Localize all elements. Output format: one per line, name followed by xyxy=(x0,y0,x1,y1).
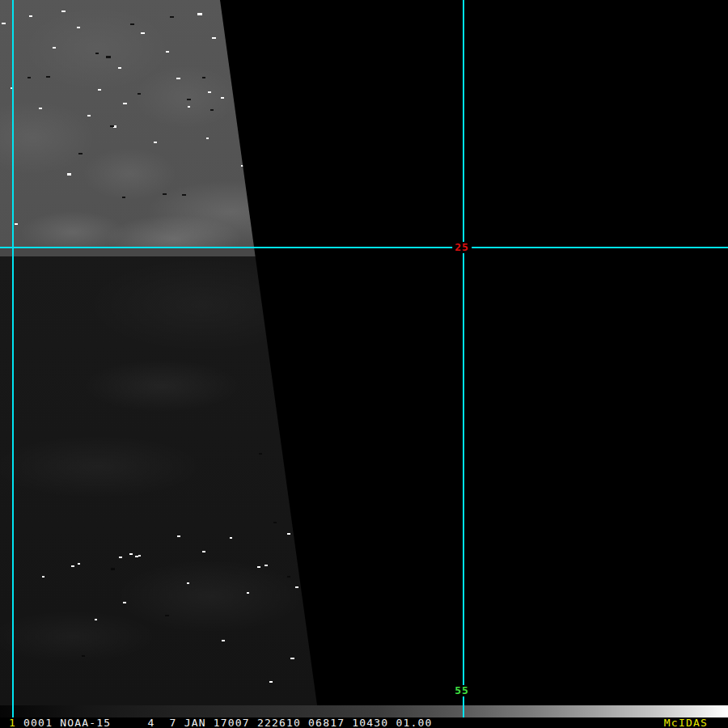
noise-speckle xyxy=(29,15,32,17)
noise-speckle xyxy=(46,76,50,78)
grayscale-colorbar xyxy=(0,705,728,717)
noise-speckle xyxy=(28,77,31,78)
noise-speckle xyxy=(15,223,18,225)
noise-speckle xyxy=(202,551,205,552)
noise-speckle xyxy=(67,173,71,176)
noise-speckle xyxy=(123,602,126,603)
noise-speckle xyxy=(241,165,244,167)
noise-speckle xyxy=(130,23,134,25)
noise-speckle xyxy=(39,108,42,109)
noise-speckle xyxy=(87,115,91,116)
noise-speckle xyxy=(163,193,167,195)
noise-speckle xyxy=(212,37,216,39)
noise-speckle xyxy=(296,531,298,533)
noise-speckle xyxy=(122,197,125,198)
noise-speckle xyxy=(138,93,141,95)
noise-speckle xyxy=(166,51,169,53)
noise-speckle xyxy=(77,27,80,28)
mcidas-brand: McIDAS xyxy=(664,717,708,728)
noise-speckle xyxy=(208,91,211,93)
noise-speckle xyxy=(165,615,169,616)
noise-speckle xyxy=(111,568,115,570)
noise-speckle xyxy=(110,125,114,127)
noise-speckle xyxy=(206,138,209,139)
noise-speckle xyxy=(78,563,80,565)
swath-upper-segment xyxy=(0,0,340,248)
noise-speckle xyxy=(141,32,145,34)
noise-speckle xyxy=(154,142,157,143)
noise-speckle xyxy=(106,56,111,58)
noise-speckle xyxy=(71,565,74,567)
noise-speckle xyxy=(53,47,56,49)
noise-speckle xyxy=(269,681,273,683)
noise-speckle xyxy=(11,87,13,89)
noise-speckle xyxy=(287,533,290,535)
noise-speckle xyxy=(78,153,83,154)
mcidas-image-window[interactable]: 2555 1 0001 NOAA-15 4 7 JAN 17007 222610… xyxy=(0,0,728,728)
graticule-vline xyxy=(463,0,464,717)
noise-speckle xyxy=(119,557,122,558)
satellite-swath xyxy=(0,0,340,705)
noise-speckle xyxy=(265,565,268,566)
noise-speckle xyxy=(182,194,186,196)
noise-speckle xyxy=(188,106,190,108)
noise-speckle xyxy=(221,97,224,99)
frame-number: 1 xyxy=(9,717,16,728)
noise-speckle xyxy=(287,576,290,578)
noise-speckle xyxy=(290,658,294,659)
noise-speckle xyxy=(118,67,121,69)
noise-speckle xyxy=(273,522,277,523)
noise-speckle xyxy=(61,11,66,12)
noise-speckle xyxy=(228,28,232,30)
noise-speckle xyxy=(187,582,189,584)
noise-speckle xyxy=(202,77,205,78)
image-info-text: 0001 NOAA-15 4 7 JAN 17007 222610 06817 … xyxy=(16,717,433,728)
noise-speckle xyxy=(231,69,234,70)
noise-speckle xyxy=(95,619,97,620)
status-bar: 1 0001 NOAA-15 4 7 JAN 17007 222610 0681… xyxy=(0,717,728,728)
noise-speckle xyxy=(210,109,214,111)
noise-speckle xyxy=(257,566,260,568)
noise-speckle xyxy=(138,555,141,557)
noise-speckle xyxy=(42,576,44,578)
swath-segment-boundary xyxy=(0,248,340,256)
noise-speckle xyxy=(129,553,133,555)
noise-speckle xyxy=(259,453,262,455)
noise-speckle xyxy=(170,16,174,18)
noise-speckle xyxy=(82,655,85,657)
noise-speckle xyxy=(123,103,127,104)
noise-speckle xyxy=(295,586,298,588)
noise-speckle xyxy=(230,537,232,539)
noise-speckle xyxy=(247,592,249,594)
graticule-label: 25 xyxy=(452,242,472,253)
noise-speckle xyxy=(176,78,180,79)
noise-speckle xyxy=(197,13,202,15)
noise-speckle xyxy=(98,89,101,91)
noise-speckle xyxy=(2,23,6,24)
noise-speckle xyxy=(177,535,180,537)
swath-lower-segment xyxy=(0,256,340,705)
noise-speckle xyxy=(95,53,99,54)
noise-speckle xyxy=(187,99,191,100)
graticule-label: 55 xyxy=(452,685,472,696)
noise-speckle xyxy=(222,640,225,641)
